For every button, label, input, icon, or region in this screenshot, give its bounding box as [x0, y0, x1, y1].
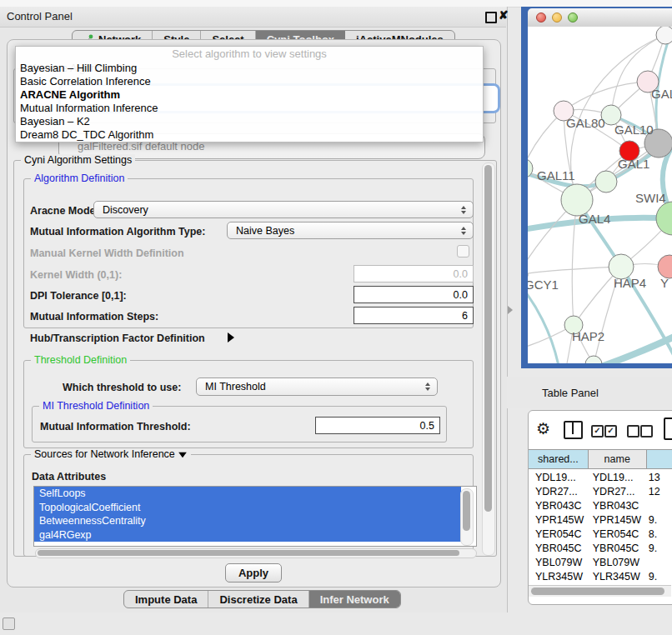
node-label: GAL4	[579, 212, 610, 226]
splitter-collapse-icon[interactable]	[508, 306, 513, 314]
table-cell: 9.	[642, 542, 672, 554]
table-cell: YPR145W	[529, 514, 586, 526]
network-node[interactable]	[656, 202, 672, 235]
threshold-definition-title: Threshold Definition	[31, 354, 130, 366]
algorithm-option[interactable]: Bayesian – K2	[16, 115, 483, 128]
mi-threshold-label: Mutual Information Threshold:	[40, 421, 191, 432]
sources-hscrollbar-thumb[interactable]	[38, 550, 459, 556]
algorithm-option[interactable]: ARACNE Algorithm	[16, 88, 483, 102]
tab-discretize-data[interactable]: Discretize Data	[208, 591, 308, 608]
mi-steps-label: Mutual Information Steps:	[30, 311, 158, 322]
algorithm-popup-prompt: Select algorithm to view settings	[16, 47, 483, 62]
sources-hscrollbar-track[interactable]	[35, 548, 477, 558]
apply-button[interactable]: Apply	[225, 563, 282, 582]
algorithm-option[interactable]: Basic Correlation Inference	[16, 75, 483, 88]
table-cell: YBL079W	[586, 557, 642, 568]
table-row[interactable]: YDR27...YDR27...12	[529, 484, 672, 498]
which-threshold-value: MI Threshold	[197, 381, 266, 392]
column-header[interactable]: name	[589, 450, 647, 468]
table-row[interactable]: YPR145WYPR145W9.	[529, 512, 672, 527]
mi-type-value: Naive Bayes	[228, 225, 294, 237]
manual-kernel-checkbox[interactable]	[457, 245, 469, 258]
aracne-mode-value: Discovery	[94, 204, 148, 216]
checked-checkbox-icon[interactable]: ✓	[591, 425, 604, 438]
table-cell: 9.	[642, 571, 672, 582]
gear-icon[interactable]: ⚙	[536, 419, 550, 438]
settings-scrollbar-track[interactable]	[482, 162, 495, 556]
table-cell: YBR043C	[586, 500, 642, 512]
network-canvas[interactable]: GALGAL80GAL10GAL1GAL11SWI4GAL4HAP4YGCY1H…	[528, 27, 672, 363]
unchecked-checkbox-icon[interactable]	[627, 425, 639, 438]
table-hscrollbar-track[interactable]	[529, 585, 671, 597]
table-cell: YLR345W	[529, 571, 586, 582]
settings-scrollbar-thumb[interactable]	[484, 165, 492, 512]
close-window-icon[interactable]	[536, 12, 546, 22]
sources-collapse-icon[interactable]	[179, 452, 188, 458]
algorithm-option[interactable]: Dream8 DC_TDC Algorithm	[16, 128, 483, 142]
attributes-scrollbar-track[interactable]	[460, 488, 474, 546]
network-node[interactable]	[658, 255, 672, 278]
aracne-mode-combobox[interactable]: Discovery	[93, 201, 474, 218]
table-cell: 8.	[642, 528, 672, 540]
control-panel-titlebar	[0, 7, 506, 28]
node-label: GAL1	[618, 157, 649, 171]
node-label: SWI4	[635, 191, 666, 205]
node-label: HAP2	[572, 329, 604, 343]
table-row[interactable]: YBR045CYBR045C9.	[529, 541, 672, 555]
attribute-item[interactable]: SelfLoops	[34, 487, 461, 501]
table-cell: YPR145W	[586, 514, 642, 526]
split-columns-icon[interactable]	[564, 421, 583, 439]
hub-expand-icon[interactable]	[228, 332, 234, 342]
table-cell: YDL19...	[586, 472, 642, 483]
tab-infer-network[interactable]: Infer Network	[309, 591, 400, 608]
sources-group-title[interactable]: Sources for Network Inference	[31, 448, 191, 460]
table-row[interactable]: YDL19...YDL19...13	[529, 470, 672, 484]
minimize-window-icon[interactable]	[552, 12, 562, 22]
column-header[interactable]: shared...	[529, 450, 589, 468]
hub-definition-label[interactable]: Hub/Transcription Factor Definition	[30, 332, 205, 344]
table-hscrollbar-thumb[interactable]	[531, 588, 664, 595]
checked-checkbox-icon[interactable]: ✓	[604, 425, 617, 438]
float-panel-icon[interactable]	[485, 12, 497, 23]
algorithm-option[interactable]: Bayesian – Hill Climbing	[16, 62, 483, 75]
zoom-window-icon[interactable]	[568, 12, 578, 22]
data-attributes-label: Data Attributes	[32, 471, 106, 482]
table-cell: YLR345W	[586, 571, 642, 582]
dpi-tolerance-input[interactable]: 0.0	[354, 286, 474, 303]
attributes-scrollbar-thumb[interactable]	[463, 491, 470, 531]
table-row[interactable]: YBL079WYBL079W	[529, 555, 672, 569]
table-header-row: shared...name	[529, 449, 672, 469]
table-row[interactable]: YER054CYER054C8.	[529, 527, 672, 541]
node-label: GAL10	[614, 122, 654, 137]
which-threshold-combobox[interactable]: MI Threshold	[196, 378, 438, 396]
network-edge	[572, 200, 577, 325]
mi-type-combobox[interactable]: Naive Bayes	[227, 222, 474, 239]
network-node[interactable]	[585, 356, 602, 363]
manual-kernel-label: Manual Kernel Width Definition	[30, 248, 184, 259]
unchecked-checkbox-icon[interactable]	[640, 425, 653, 438]
algorithm-option[interactable]: Mutual Information Inference	[16, 102, 483, 115]
mi-threshold-input[interactable]: 0.5	[315, 417, 440, 434]
panel-grip-icon[interactable]	[3, 618, 15, 630]
tab-impute-data[interactable]: Impute Data	[124, 591, 208, 608]
table-cell: YBR045C	[529, 542, 586, 554]
attribute-item[interactable]: TopologicalCoefficient	[34, 501, 461, 515]
node-label: GAL	[651, 87, 672, 101]
table-row[interactable]: YLR345WYLR345W9.	[529, 569, 672, 583]
which-threshold-label: Which threshold to use:	[63, 382, 181, 393]
column-header[interactable]	[647, 450, 672, 468]
new-table-icon[interactable]	[664, 418, 672, 440]
table-cell: 9.	[642, 514, 672, 526]
attribute-item[interactable]: BetweennessCentrality	[34, 514, 461, 528]
close-panel-icon[interactable]: ✘	[499, 8, 509, 22]
data-attributes-list[interactable]: SelfLoopsTopologicalCoefficientBetweenne…	[33, 486, 477, 547]
attribute-item[interactable]: gal4RGexp	[34, 528, 461, 542]
node-label: HAP4	[614, 276, 646, 290]
mi-steps-input[interactable]: 6	[354, 307, 474, 324]
network-node[interactable]	[595, 171, 617, 192]
bottom-tabs: Impute DataDiscretize DataInfer Network	[123, 590, 401, 608]
network-node[interactable]	[656, 27, 672, 44]
kernel-width-input[interactable]: 0.0	[354, 265, 474, 282]
network-window-titlebar[interactable]	[528, 8, 672, 28]
table-row[interactable]: YBR043CYBR043C	[529, 498, 672, 512]
